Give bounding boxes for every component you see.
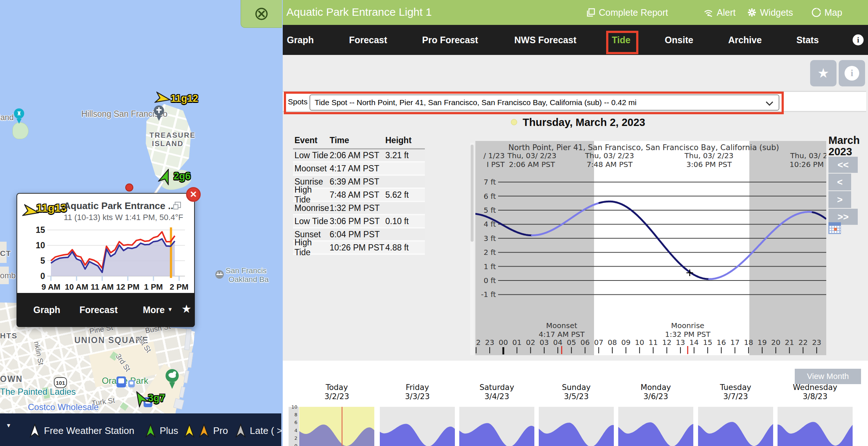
tab-onsite[interactable]: Onsite bbox=[646, 25, 712, 55]
table-row[interactable]: High Tide10:26 PM PST4.88 ft bbox=[293, 242, 425, 255]
header-action-complete-report[interactable]: Complete Report bbox=[586, 0, 668, 25]
x-axis-hour: 08 bbox=[607, 338, 618, 347]
tab-graph[interactable]: Graph bbox=[267, 25, 333, 55]
time-cell: 7:48 AM PST bbox=[330, 190, 385, 200]
prev-month-button[interactable]: < bbox=[828, 174, 851, 190]
day-tide-thumbnail[interactable] bbox=[698, 407, 773, 446]
table-row[interactable]: Moonrise1:32 PM PST bbox=[293, 202, 425, 215]
popup-more-button[interactable]: More bbox=[143, 305, 165, 315]
popup-close-button[interactable]: ✕ bbox=[186, 187, 201, 202]
x-axis-hour: 01 bbox=[511, 338, 522, 347]
chart-event-label: Thu, 03/ 210:26 PM I bbox=[769, 151, 826, 169]
map-legend-bar: ▼ Free Weather StationPlusProLate ( > 9 bbox=[0, 413, 281, 446]
map-label-island-fragment: land bbox=[0, 113, 14, 122]
mini-axis-label: 10 bbox=[288, 404, 297, 410]
day-date-label: 3/6/23 bbox=[618, 392, 693, 401]
svg-text:12 PM: 12 PM bbox=[116, 282, 140, 291]
day-tide-thumbnail[interactable] bbox=[299, 407, 374, 446]
header-action-label: Widgets bbox=[760, 7, 793, 18]
day-name-label: Saturday bbox=[459, 383, 534, 392]
close-panel-button[interactable] bbox=[241, 0, 282, 28]
y-axis-tick: 6 ft bbox=[475, 192, 496, 201]
wind-marker-11g12[interactable]: 11g12 bbox=[157, 91, 198, 106]
day-tide-thumbnail[interactable] bbox=[539, 407, 614, 446]
day-tide-thumbnail[interactable] bbox=[459, 407, 534, 446]
transit-icon[interactable] bbox=[116, 376, 126, 387]
wind-arrow-icon bbox=[131, 388, 149, 408]
mini-axis-label: 0 bbox=[288, 443, 297, 446]
x-axis-hour: 15 bbox=[702, 338, 713, 347]
tab-nws-forecast[interactable]: NWS Forecast bbox=[512, 25, 578, 55]
next-month-button[interactable]: > bbox=[828, 191, 851, 208]
header-action-alert[interactable]: Alert bbox=[703, 0, 735, 25]
alert-icon bbox=[703, 8, 713, 17]
gear-icon bbox=[747, 8, 757, 17]
day-name-label: Monday bbox=[618, 383, 693, 392]
day-date-label: 3/2/23 bbox=[299, 392, 374, 401]
expand-icon[interactable] bbox=[175, 202, 181, 208]
oracle-park-pin[interactable] bbox=[166, 369, 179, 392]
header-action-widgets[interactable]: Widgets bbox=[747, 0, 793, 25]
tide-chart-title: North Point, Pier 41, San Francisco, San… bbox=[508, 143, 765, 152]
bridge-icon bbox=[215, 270, 224, 279]
nav-tabs: GraphForecastPro ForecastNWS ForecastTid… bbox=[283, 25, 868, 55]
x-axis-hour: 23 bbox=[484, 338, 495, 347]
header-action-label: Map bbox=[824, 7, 842, 18]
table-row[interactable]: Low Tide2:06 AM PST3.21 ft bbox=[293, 149, 425, 163]
y-axis-tick: 0 ft bbox=[475, 276, 496, 285]
header-action-map[interactable]: Map bbox=[812, 0, 842, 25]
svg-text:1 PM: 1 PM bbox=[144, 282, 163, 291]
wind-marker-2g6[interactable]: 2g6 bbox=[160, 168, 191, 184]
map-label-painted-ladies[interactable]: The Painted Ladies bbox=[0, 387, 76, 397]
collapse-caret-icon[interactable]: ▼ bbox=[6, 422, 11, 428]
prev-year-button[interactable]: << bbox=[828, 157, 858, 173]
x-axis-hour: 20 bbox=[770, 338, 781, 347]
day-tide-thumbnail[interactable] bbox=[778, 407, 853, 446]
view-month-button[interactable]: View Month bbox=[795, 369, 861, 384]
report-icon bbox=[586, 8, 596, 17]
station-popup: 11g13 Aquatic Park Entrance ... 11 (10-1… bbox=[16, 193, 195, 327]
popup-wind-chart: 1510509 AM10 AM11 AM12 PM1 PM2 PM bbox=[21, 224, 191, 294]
day-status-dot bbox=[511, 119, 517, 125]
x-axis-hour: 02 bbox=[525, 338, 536, 347]
map-label-costco[interactable]: Costco Wholesale bbox=[28, 402, 99, 412]
header-action-label: Complete Report bbox=[599, 7, 668, 18]
tab-stats[interactable]: Stats bbox=[775, 25, 841, 55]
day-tide-thumbnail[interactable] bbox=[618, 407, 693, 446]
favorite-button[interactable]: ★ bbox=[810, 60, 837, 86]
day-tide-thumbnail[interactable] bbox=[380, 407, 455, 446]
popup-forecast-button[interactable]: Forecast bbox=[79, 305, 118, 315]
day-name-label: Wednesday bbox=[778, 383, 853, 392]
calendar-icon[interactable] bbox=[828, 222, 841, 234]
tab-forecast[interactable]: Forecast bbox=[335, 25, 401, 55]
wind-marker-3g7[interactable]: 3g7 bbox=[134, 390, 165, 406]
wind-arrow-icon bbox=[157, 167, 174, 185]
transit-icon[interactable] bbox=[128, 380, 135, 387]
event-cell: Moonset bbox=[293, 164, 330, 174]
table-row[interactable]: High Tide7:48 AM PST5.62 ft bbox=[293, 189, 425, 202]
wind-marker-label: 2g6 bbox=[174, 171, 191, 182]
favorite-star-icon[interactable]: ★ bbox=[182, 303, 191, 315]
event-cell: Low Tide bbox=[293, 216, 330, 226]
pier bbox=[173, 398, 184, 409]
church-pin[interactable] bbox=[154, 105, 164, 123]
moonrise-label: Moonrise1:32 PM PST bbox=[651, 321, 724, 339]
info-button[interactable]: i bbox=[839, 60, 865, 86]
x-axis-hour: 03 bbox=[539, 338, 550, 347]
alcatraz-pin[interactable]: ♜ bbox=[14, 108, 24, 126]
popup-station-title[interactable]: Aquatic Park Entrance ... bbox=[64, 200, 176, 212]
tabs-info-icon[interactable]: i bbox=[853, 34, 864, 45]
popup-graph-button[interactable]: Graph bbox=[33, 305, 60, 315]
chevron-down-icon: ▼ bbox=[167, 306, 173, 312]
x-axis-hour: 23 bbox=[811, 338, 822, 347]
tab-pro-forecast[interactable]: Pro Forecast bbox=[417, 25, 483, 55]
header-action-label: Alert bbox=[717, 7, 735, 18]
legend-label: Free Weather Station bbox=[44, 425, 134, 436]
tab-archive[interactable]: Archive bbox=[712, 25, 778, 55]
table-row[interactable]: Low Tide3:06 PM PST0.10 ft bbox=[293, 215, 425, 228]
chart-scrollbar-thumb[interactable] bbox=[471, 145, 474, 242]
time-cell: 1:32 PM PST bbox=[330, 203, 385, 213]
table-row[interactable]: Moonset4:17 AM PST bbox=[293, 163, 425, 176]
x-axis-hour: 18 bbox=[743, 338, 754, 347]
tide-spot-marker[interactable] bbox=[125, 183, 133, 192]
